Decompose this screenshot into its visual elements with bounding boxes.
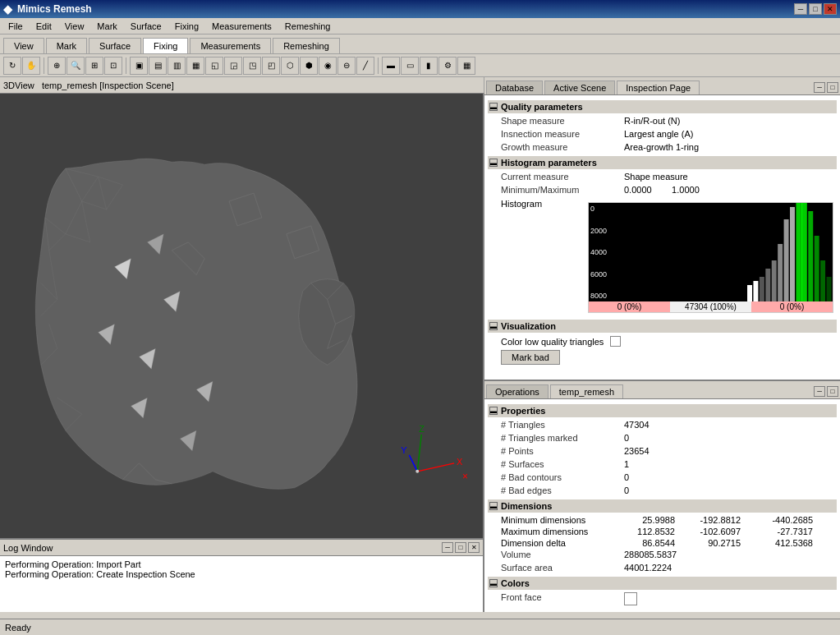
growth-measure-value: Area-growth 1-ring: [624, 142, 835, 154]
3d-viewport[interactable]: X Z Y ×: [0, 94, 484, 538]
tb-btn-15[interactable]: ⬡: [281, 57, 299, 75]
quality-params-toggle[interactable]: ▬: [489, 103, 498, 111]
dimensions-toggle[interactable]: ▬: [489, 502, 498, 510]
tab-view[interactable]: View: [3, 38, 44, 53]
surface-area-value: 44001.2224: [624, 563, 835, 574]
tb-btn-16[interactable]: ⬢: [300, 57, 318, 75]
close-button[interactable]: ✕: [824, 3, 837, 15]
bad-edges-label: # Bad edges: [501, 485, 624, 497]
log-restore[interactable]: □: [455, 542, 466, 553]
y-label-6000: 6000: [589, 270, 607, 278]
menu-mark[interactable]: Mark: [90, 20, 123, 33]
mark-bad-button[interactable]: Mark bad: [501, 350, 560, 365]
visualization-label: Visualization: [501, 321, 556, 331]
menu-file[interactable]: File: [2, 20, 30, 33]
tb-btn-7[interactable]: ▣: [130, 57, 148, 75]
y-label-0: 0: [589, 205, 607, 213]
tab-temp-remesh[interactable]: temp_remesh: [550, 384, 623, 398]
tb-btn-22[interactable]: ▮: [420, 57, 438, 75]
tb-btn-6[interactable]: ⊡: [104, 57, 122, 75]
menu-edit[interactable]: Edit: [30, 20, 58, 33]
menu-remeshing[interactable]: Remeshing: [278, 20, 337, 33]
properties-section-label: Properties: [501, 406, 545, 416]
histogram-label: Histogram: [501, 199, 583, 316]
tb-btn-12[interactable]: ◲: [224, 57, 242, 75]
tb-btn-23[interactable]: ⚙: [438, 57, 457, 75]
menu-view[interactable]: View: [58, 20, 91, 33]
app-title: ◆ Mimics Remesh: [3, 2, 92, 16]
tb-btn-13[interactable]: ◳: [243, 57, 261, 75]
tb-btn-21[interactable]: ▭: [401, 57, 419, 75]
tab-mark[interactable]: Mark: [46, 38, 87, 53]
tab-measurements[interactable]: Measurements: [190, 38, 271, 53]
tb-btn-2[interactable]: ✋: [22, 57, 40, 75]
tb-btn-20[interactable]: ▬: [382, 57, 400, 75]
tb-btn-5[interactable]: ⊞: [85, 57, 103, 75]
tb-btn-14[interactable]: ◰: [262, 57, 280, 75]
colors-toggle[interactable]: ▬: [489, 579, 498, 587]
tb-btn-18[interactable]: ⊖: [337, 57, 356, 75]
svg-rect-65: [772, 260, 777, 301]
svg-rect-75: [747, 285, 752, 301]
insp-restore[interactable]: □: [827, 82, 838, 93]
tb-btn-19[interactable]: ╱: [356, 57, 374, 75]
colors-header: ▬ Colors: [488, 577, 837, 590]
hist-footer-right: 0 (0%): [751, 301, 833, 312]
triangles-label: # Triangles: [501, 420, 624, 431]
menu-surface[interactable]: Surface: [124, 20, 168, 33]
tb-btn-24[interactable]: ▦: [457, 57, 475, 75]
quality-params-header: ▬ Quality parameters: [488, 100, 837, 113]
properties-section-toggle[interactable]: ▬: [489, 407, 498, 415]
surfaces-row: # Surfaces 1: [488, 458, 837, 472]
svg-rect-71: [808, 211, 813, 301]
tb-btn-1[interactable]: ↻: [3, 57, 21, 75]
tb-btn-11[interactable]: ◱: [205, 57, 223, 75]
menu-fixing[interactable]: Fixing: [168, 20, 205, 33]
tab-database[interactable]: Database: [486, 81, 543, 94]
tb-btn-4[interactable]: 🔍: [67, 57, 85, 75]
volume-row: Volume 288085.5837: [488, 549, 837, 562]
histogram-params-toggle[interactable]: ▬: [489, 159, 498, 167]
tab-fixing[interactable]: Fixing: [143, 38, 188, 53]
minimize-button[interactable]: ─: [794, 3, 807, 15]
tab-active-scene[interactable]: Active Scene: [544, 81, 615, 94]
svg-rect-76: [753, 281, 758, 301]
log-window: Log Window ─ □ ✕ Performing Operation: I…: [0, 538, 484, 612]
restore-button[interactable]: □: [809, 3, 822, 15]
mark-bad-container: Mark bad: [488, 348, 837, 366]
hist-footer-left: 0 (0%): [589, 301, 670, 312]
points-label: # Points: [501, 446, 624, 458]
visualization-toggle[interactable]: ▬: [489, 322, 498, 330]
insp-minimize[interactable]: ─: [814, 82, 825, 93]
log-close[interactable]: ✕: [468, 542, 480, 553]
shape-measure-label: Shape measure: [501, 116, 624, 127]
tab-inspection-page[interactable]: Inspection Page: [617, 81, 700, 94]
max-dim-label: Maximum dimensions: [501, 527, 616, 536]
growth-measure-label: Growth measure: [501, 142, 624, 154]
tab-operations[interactable]: Operations: [486, 384, 549, 398]
inspection-measure-value: Largest angle (A): [624, 129, 835, 140]
menu-measurements[interactable]: Measurements: [205, 20, 278, 33]
svg-point-60: [415, 470, 419, 473]
color-low-checkbox[interactable]: [610, 336, 621, 347]
tb-btn-10[interactable]: ▦: [186, 57, 204, 75]
props-restore[interactable]: □: [827, 386, 838, 397]
tab-surface[interactable]: Surface: [89, 38, 141, 53]
tb-btn-3[interactable]: ⊕: [48, 57, 66, 75]
y-label-4000: 4000: [589, 248, 607, 256]
app-icon: ◆: [3, 2, 12, 16]
props-minimize[interactable]: ─: [814, 386, 825, 397]
log-minimize[interactable]: ─: [442, 542, 453, 553]
tb-btn-8[interactable]: ▤: [149, 57, 167, 75]
y-label-2000: 2000: [589, 227, 607, 235]
tab-remeshing[interactable]: Remeshing: [273, 38, 340, 53]
log-content: Performing Operation: Import Part Perfor…: [0, 556, 483, 612]
svg-text:X: X: [457, 457, 463, 467]
tb-btn-9[interactable]: ▥: [168, 57, 186, 75]
dimensions-label: Dimensions: [501, 501, 552, 511]
max-dim-v1: 112.8532: [616, 527, 682, 536]
delta-dim-v2: 90.2715: [682, 538, 747, 548]
titlebar: ◆ Mimics Remesh ─ □ ✕: [0, 0, 840, 18]
histogram-params-label: Histogram parameters: [501, 158, 597, 168]
tb-btn-17[interactable]: ◉: [319, 57, 337, 75]
